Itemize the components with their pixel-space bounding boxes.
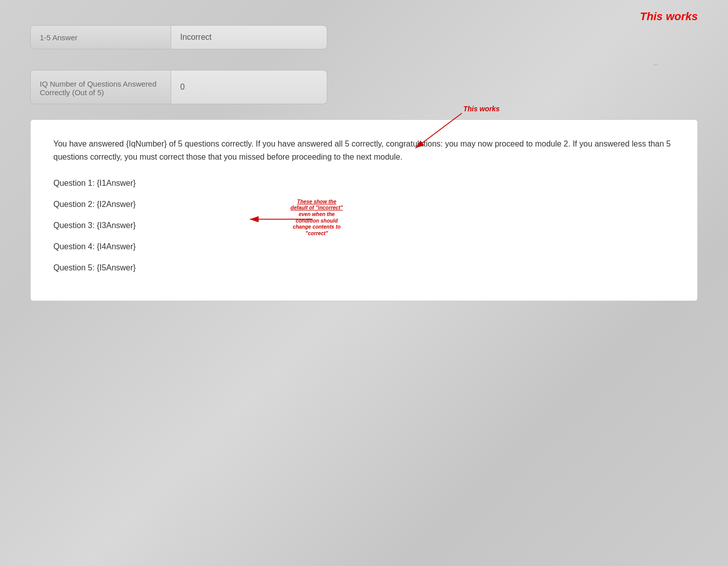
svg-text:This works: This works (463, 105, 500, 113)
form-row-iq-number: IQ Number of Questions Answered Correctl… (30, 70, 698, 104)
question-2-label: Question 2: {I2Answer} (53, 200, 136, 208)
content-box: You have answered {IqNumber} of 5 questi… (30, 119, 698, 301)
value-1-5-answer: Incorrect (180, 33, 211, 42)
dash-separator: _ (30, 57, 698, 65)
value-iq-number: 0 (180, 83, 185, 92)
question-line-4: Question 4: {I4Answer} (53, 241, 675, 253)
question-line-3: Question 3: {I3Answer} (53, 220, 675, 232)
question-line-5: Question 5: {I5Answer} (53, 262, 675, 274)
form-value-iq-number: 0 (171, 70, 327, 104)
question-4-label: Question 4: {I4Answer} (53, 242, 136, 251)
label-1-5-answer: 1-5 Answer (40, 33, 78, 42)
question-line-2: Question 2: {I2Answer} (53, 198, 675, 210)
form-row-1: 1-5 Answer Incorrect (30, 25, 698, 49)
content-paragraph: You have answered {IqNumber} of 5 questi… (53, 137, 675, 163)
label-iq-number: IQ Number of Questions Answered Correctl… (40, 80, 162, 97)
form-value-1-5-answer: Incorrect (171, 25, 327, 49)
question-1-label: Question 1: {I1Answer} (53, 179, 136, 187)
form-label-1-5-answer: 1-5 Answer (30, 25, 171, 49)
form-label-iq-number: IQ Number of Questions Answered Correctl… (30, 70, 171, 104)
question-5-label: Question 5: {I5Answer} (53, 263, 136, 272)
annotation-this-works: This works (640, 10, 698, 23)
question-3-label: Question 3: {I3Answer} (53, 221, 136, 230)
page-wrapper: 1-5 Answer Incorrect _ IQ Number of Ques… (0, 0, 728, 326)
question-line-1: Question 1: {I1Answer} (53, 177, 675, 189)
